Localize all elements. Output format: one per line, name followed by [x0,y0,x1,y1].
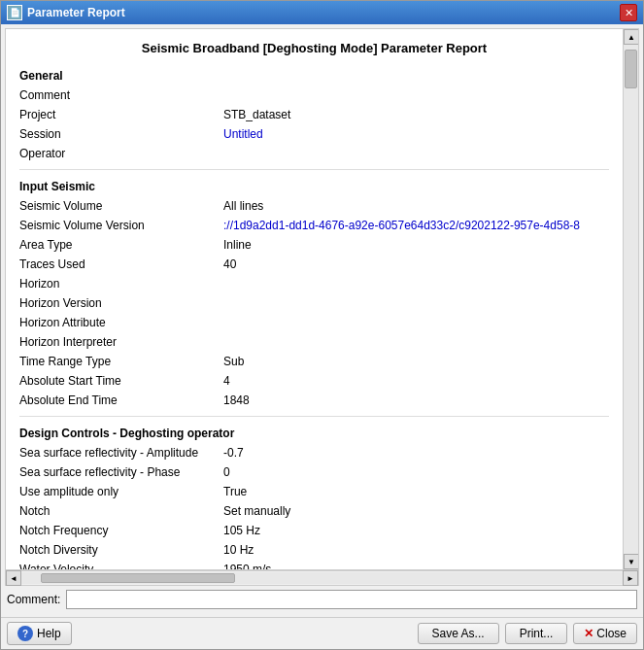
window-title: Parameter Report [27,6,125,19]
param-absolute-start-time-label: Absolute Start Time [19,372,223,390]
divider-2 [19,416,609,417]
param-traces-used-value: 40 [223,256,236,273]
param-absolute-start-time-value: 4 [223,372,230,390]
param-project-label: Project [19,106,223,123]
horizontal-scrollbar[interactable]: ◄ ► [5,570,639,586]
param-absolute-start-time: Absolute Start Time 4 [19,371,609,391]
param-area-type-label: Area Type [19,236,223,254]
param-traces-used-label: Traces Used [19,256,223,273]
param-operator-label: Operator [19,145,223,162]
save-as-label: Save As... [432,627,485,640]
param-horizon-label: Horizon [19,275,223,292]
param-notch-frequency: Notch Frequency 105 Hz [19,521,609,540]
param-notch-value: Set manually [223,502,290,520]
param-seismic-volume: Seismic Volume All lines [19,196,609,216]
param-operator: Operator [19,144,609,163]
param-ssr-phase-value: 0 [223,463,230,481]
param-horizon-version: Horizon Version [19,293,609,313]
param-water-velocity-value: 1950 m/s [223,561,271,569]
title-bar: 📄 Parameter Report ✕ [1,1,643,24]
print-button[interactable]: Print... [505,623,568,644]
param-absolute-end-time-value: 1848 [223,392,250,409]
close-x-icon: ✕ [584,627,593,640]
param-comment: Comment [19,86,609,105]
bottom-bar: ? Help Save As... Print... ✕ Close [1,617,643,649]
comment-area: Comment: [5,586,639,613]
param-horizon-attribute: Horizon Attribute [19,313,609,332]
report-title: Seismic Broadband [Deghosting Mode] Para… [19,41,609,55]
print-label: Print... [520,627,554,640]
scroll-track-h[interactable] [21,572,623,584]
param-absolute-end-time: Absolute End Time 1848 [19,391,609,410]
param-absolute-end-time-label: Absolute End Time [19,392,223,409]
param-horizon-version-label: Horizon Version [19,294,223,312]
close-label: Close [596,627,627,640]
param-time-range-type-value: Sub [223,353,244,370]
param-session-label: Session [19,125,223,143]
report-scroll[interactable]: Seismic Broadband [Deghosting Mode] Para… [6,29,623,569]
param-area-type-value: Inline [223,236,252,254]
help-button[interactable]: ? Help [7,622,72,645]
report-container: Seismic Broadband [Deghosting Mode] Para… [5,28,639,570]
section-design-controls-header: Design Controls - Deghosting operator [19,427,609,440]
param-seismic-volume-version: Seismic Volume Version ://1d9a2dd1-dd1d-… [19,216,609,235]
param-ssr-phase-label: Sea surface reflectivity - Phase [19,463,223,481]
save-as-button[interactable]: Save As... [418,623,499,644]
param-project-value: STB_dataset [223,106,290,123]
title-bar-controls: ✕ [620,4,637,21]
param-ssr-phase: Sea surface reflectivity - Phase 0 [19,462,609,482]
param-horizon-interpreter-label: Horizon Interpreter [19,333,223,351]
close-window-button[interactable]: ✕ [620,4,637,21]
param-notch-frequency-value: 105 Hz [223,522,260,539]
vertical-scrollbar[interactable]: ▲ ▼ [623,29,638,569]
param-area-type: Area Type Inline [19,235,609,255]
help-label: Help [37,627,61,640]
param-notch-label: Notch [19,502,223,520]
close-button[interactable]: ✕ Close [573,623,637,644]
param-use-amplitude-only: Use amplitude only True [19,482,609,501]
scroll-up-button[interactable]: ▲ [624,29,639,45]
scroll-left-button[interactable]: ◄ [6,570,21,586]
param-horizon-attribute-label: Horizon Attribute [19,314,223,331]
title-bar-left: 📄 Parameter Report [7,5,125,20]
scroll-thumb-v[interactable] [625,50,637,88]
param-use-amplitude-only-value: True [223,483,247,500]
param-seismic-volume-version-label: Seismic Volume Version [19,217,223,234]
content-area: Seismic Broadband [Deghosting Mode] Para… [1,24,643,617]
param-ssr-amplitude-label: Sea surface reflectivity - Amplitude [19,444,223,462]
param-seismic-volume-label: Seismic Volume [19,197,223,215]
window-icon: 📄 [7,5,22,20]
param-notch-diversity: Notch Diversity 10 Hz [19,540,609,560]
param-time-range-type: Time Range Type Sub [19,352,609,371]
param-notch: Notch Set manually [19,501,609,521]
param-traces-used: Traces Used 40 [19,255,609,274]
param-seismic-volume-value: All lines [223,197,263,215]
comment-input[interactable] [66,590,637,609]
divider-1 [19,169,609,170]
section-input-seismic-header: Input Seismic [19,180,609,193]
param-notch-diversity-value: 10 Hz [223,541,254,559]
scroll-thumb-h[interactable] [41,573,235,583]
help-icon: ? [17,626,33,641]
param-comment-label: Comment [19,86,223,104]
scroll-track-v[interactable] [624,45,638,554]
scroll-down-button[interactable]: ▼ [624,554,639,569]
param-seismic-volume-version-value: ://1d9a2dd1-dd1d-4676-a92e-6057e64d33c2/… [223,217,580,234]
param-horizon-interpreter: Horizon Interpreter [19,332,609,352]
param-time-range-type-label: Time Range Type [19,353,223,370]
param-ssr-amplitude: Sea surface reflectivity - Amplitude -0.… [19,443,609,462]
param-session-value: Untitled [223,125,263,143]
param-horizon: Horizon [19,274,609,293]
param-water-velocity-label: Water Velocity [19,561,223,569]
scroll-right-button[interactable]: ► [623,570,638,586]
param-use-amplitude-only-label: Use amplitude only [19,483,223,500]
comment-label: Comment: [7,593,60,606]
param-notch-frequency-label: Notch Frequency [19,522,223,539]
param-water-velocity: Water Velocity 1950 m/s [19,560,609,569]
main-window: 📄 Parameter Report ✕ Seismic Broadband [… [0,0,644,650]
param-ssr-amplitude-value: -0.7 [223,444,244,462]
section-general-header: General [19,69,609,83]
param-session: Session Untitled [19,124,609,144]
param-notch-diversity-label: Notch Diversity [19,541,223,559]
param-project: Project STB_dataset [19,105,609,124]
